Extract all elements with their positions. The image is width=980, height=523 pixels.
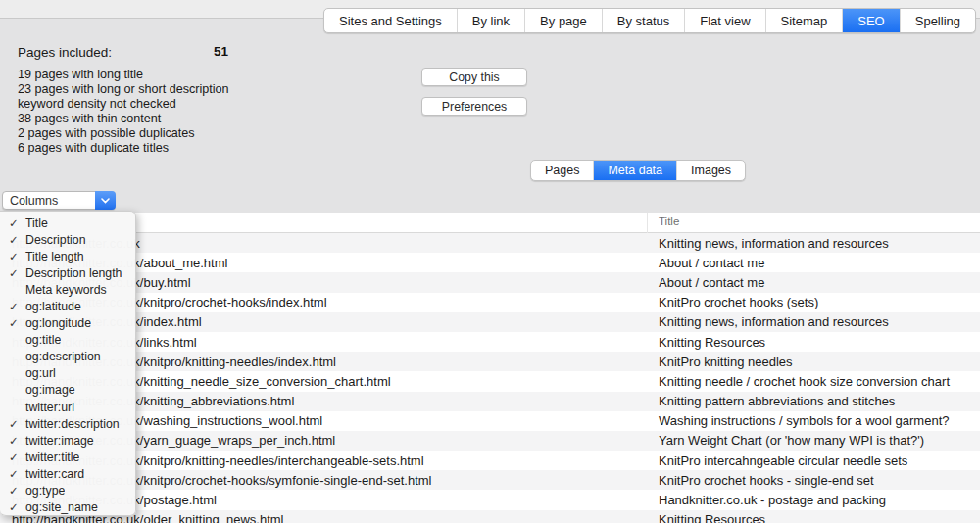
pages-included-count: 51	[214, 44, 228, 59]
checkmark-icon: ✓	[9, 250, 23, 263]
menu-item-og-title[interactable]: og:title	[0, 332, 135, 349]
table-row[interactable]: http://handknitter.co.uk/knitpro/crochet…	[0, 470, 980, 490]
menu-item-title-length[interactable]: ✓Title length	[0, 248, 135, 264]
checkmark-icon: ✓	[9, 484, 23, 498]
menu-item-twitter-url[interactable]: twitter:url	[0, 399, 135, 415]
table-row[interactable]: http://handknitter.co.uk/knitting_abbrev…	[0, 392, 980, 411]
summary-line: 2 pages with possible duplicates	[18, 126, 229, 141]
table-row[interactable]: http://handknitter.co.uk/links.htmlKnitt…	[0, 332, 980, 352]
title-cell: Knitting news, information and resources	[647, 236, 980, 251]
checkmark-icon: ✓	[9, 216, 23, 230]
checkmark-icon: ✓	[9, 434, 23, 448]
menu-item-og-site-name[interactable]: ✓og:site_name	[0, 499, 135, 516]
title-cell: About / contact me	[647, 256, 980, 270]
columns-dropdown-menu: ✓Title ✓Description ✓Title length ✓Descr…	[0, 211, 136, 516]
table-row[interactable]: http://handknitter.co.uk/postage.htmlHan…	[0, 490, 980, 509]
columns-popup-button[interactable]: Columns	[2, 191, 116, 210]
title-cell: Yarn Weight Chart (or 'how many WPI is t…	[647, 433, 980, 448]
summary-line: 6 pages with duplicate titles	[18, 141, 229, 156]
column-divider	[647, 213, 648, 233]
chevron-down-icon[interactable]	[95, 191, 116, 210]
menu-item-title[interactable]: ✓Title	[0, 214, 135, 231]
columns-popup-label: Columns	[3, 194, 96, 208]
tab-images[interactable]: Images	[676, 161, 745, 180]
title-cell: Knitting Resources	[647, 335, 980, 350]
pages-included-label: Pages included:	[18, 45, 112, 60]
tab-by-status[interactable]: By status	[602, 9, 684, 32]
title-cell: Knitting news, information and resources	[647, 314, 980, 329]
table-header-row: Title	[0, 213, 980, 233]
title-cell: Washing instructions / symbols for a woo…	[647, 413, 980, 428]
title-cell: Knitting pattern abbreviations and stitc…	[647, 394, 980, 408]
title-cell: KnitPro crochet hooks - single-end set	[647, 473, 980, 488]
menu-item-og-url[interactable]: og:url	[0, 365, 135, 382]
title-cell: KnitPro crochet hooks (sets)	[647, 295, 980, 309]
tab-meta-data[interactable]: Meta data	[593, 161, 676, 180]
tab-sites-and-settings[interactable]: Sites and Settings	[324, 9, 457, 32]
main-tab-bar: Sites and Settings By link By page By st…	[323, 8, 976, 33]
table-row[interactable]: http://handknitter.co.uk/yarn_guage_wrap…	[0, 431, 980, 451]
title-cell: Knitting needle / crochet hook size conv…	[647, 374, 980, 389]
table-row[interactable]: http://handknitter.co.uk/knitpro/crochet…	[0, 293, 980, 312]
summary-line: 38 pages with thin content	[18, 112, 229, 126]
menu-item-og-type[interactable]: ✓og:type	[0, 483, 135, 499]
preferences-button[interactable]: Preferences	[421, 97, 527, 116]
menu-item-twitter-title[interactable]: ✓twitter:title	[0, 449, 135, 465]
checkmark-icon: ✓	[9, 300, 23, 313]
tab-spelling[interactable]: Spelling	[900, 9, 975, 32]
table-row[interactable]: http://handknitter.co.uk/knitpro/knittin…	[0, 352, 980, 371]
menu-item-og-image[interactable]: og:image	[0, 382, 135, 399]
table-row[interactable]: http://handknitter.co.uk/about_me.htmlAb…	[0, 253, 980, 272]
title-cell: Knitting Resources	[647, 512, 980, 523]
checkmark-icon: ✓	[9, 233, 23, 247]
title-cell: KnitPro knitting needles	[647, 355, 980, 369]
tab-pages[interactable]: Pages	[531, 161, 593, 180]
menu-item-twitter-card[interactable]: ✓twitter:card	[0, 465, 135, 482]
title-cell: Handknitter.co.uk - postage and packing	[647, 493, 980, 507]
title-cell: About / contact me	[647, 275, 980, 290]
checkmark-icon: ✓	[9, 451, 23, 464]
table-row[interactable]: http://handknitter.co.ukKnitting news, i…	[0, 233, 980, 253]
table-row[interactable]: http://handknitter.co.uk/washing_instruc…	[0, 411, 980, 431]
menu-item-og-description[interactable]: og:description	[0, 349, 135, 365]
summary-line: keyword density not checked	[18, 97, 229, 112]
results-tab-bar: Pages Meta data Images	[530, 160, 746, 181]
checkmark-icon: ✓	[9, 417, 23, 431]
checkmark-icon: ✓	[9, 316, 23, 330]
summary-line: 23 pages with long or short description	[18, 82, 229, 97]
menu-item-og-longitude[interactable]: ✓og:longitude	[0, 315, 135, 332]
table-row[interactable]: http://handknitter.co.uk/index.htmlKnitt…	[0, 312, 980, 332]
table-row[interactable]: http://handknitter.co.uk/knitpro/knittin…	[0, 451, 980, 470]
menu-item-twitter-description[interactable]: ✓twitter:description	[0, 415, 135, 432]
menu-item-description[interactable]: ✓Description	[0, 231, 135, 248]
table-row[interactable]: http://handknitter.co.uk/buy.htmlAbout /…	[0, 272, 980, 292]
menu-item-twitter-image[interactable]: ✓twitter:image	[0, 432, 135, 449]
title-cell: KnitPro intercahngeable circular needle …	[647, 453, 980, 468]
checkmark-icon: ✓	[9, 467, 23, 481]
seo-summary-list: 19 pages with long title 23 pages with l…	[18, 68, 229, 156]
menu-item-og-latitude[interactable]: ✓og:latitude	[0, 298, 135, 314]
checkmark-icon: ✓	[9, 500, 23, 514]
tab-flat-view[interactable]: Flat view	[684, 9, 764, 32]
meta-data-table: Title http://handknitter.co.ukKnitting n…	[0, 213, 980, 523]
summary-line: 19 pages with long title	[18, 68, 229, 82]
tab-sitemap[interactable]: Sitemap	[765, 9, 843, 32]
tab-seo[interactable]: SEO	[842, 9, 899, 32]
checkmark-icon: ✓	[9, 266, 23, 280]
menu-item-description-length[interactable]: ✓Description length	[0, 264, 135, 281]
copy-this-button[interactable]: Copy this	[421, 68, 527, 86]
table-row[interactable]: http://handknitter.co.uk/knitting_needle…	[0, 371, 980, 391]
tab-by-link[interactable]: By link	[457, 9, 524, 32]
title-column-header[interactable]: Title	[659, 215, 679, 227]
tab-by-page[interactable]: By page	[524, 9, 602, 32]
menu-item-meta-keywords[interactable]: Meta keywords	[0, 281, 135, 298]
table-row[interactable]: http://handknitter.co.uk/older_knitting_…	[0, 510, 980, 523]
